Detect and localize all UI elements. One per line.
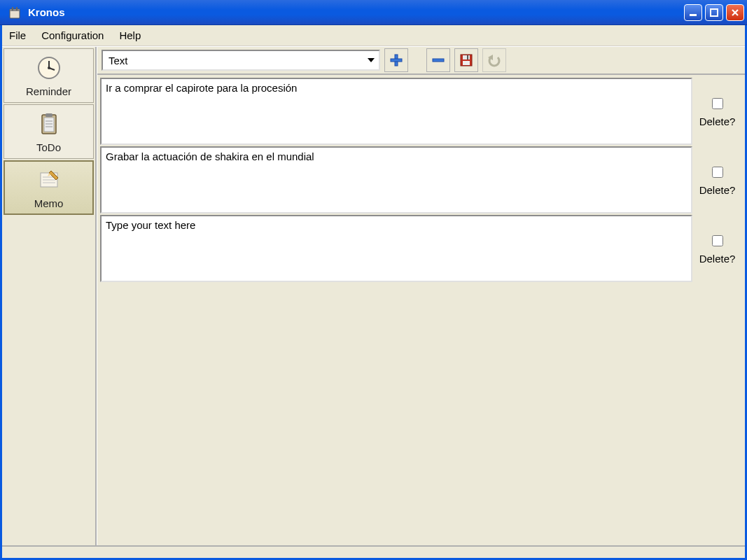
type-combo[interactable]: Text xyxy=(102,50,380,71)
svg-rect-14 xyxy=(46,113,53,117)
window-title: Kronos xyxy=(28,6,65,18)
sidebar-item-reminder[interactable]: Reminder xyxy=(4,48,94,103)
app-icon xyxy=(7,5,22,20)
svg-rect-5 xyxy=(711,9,718,16)
memo-text[interactable] xyxy=(100,215,692,282)
maximize-button[interactable] xyxy=(705,4,723,21)
sidebar-item-memo[interactable]: Memo xyxy=(4,160,94,215)
svg-rect-29 xyxy=(463,55,470,59)
memo-text[interactable] xyxy=(100,78,692,145)
plus-icon xyxy=(389,53,403,67)
type-combo-value: Text xyxy=(109,55,128,66)
memo-text[interactable] xyxy=(100,146,692,214)
svg-rect-4 xyxy=(690,14,697,16)
save-button[interactable] xyxy=(454,48,478,72)
sidebar-item-todo[interactable]: ToDo xyxy=(4,104,94,159)
delete-label: Delete? xyxy=(699,253,736,265)
undo-button[interactable] xyxy=(482,48,506,72)
menubar: File Configuration Help xyxy=(2,25,745,46)
menu-file[interactable]: File xyxy=(9,29,26,41)
minus-icon xyxy=(431,53,445,67)
svg-point-11 xyxy=(48,66,50,69)
remove-button[interactable] xyxy=(426,48,450,72)
delete-checkbox[interactable] xyxy=(712,98,723,109)
svg-rect-2 xyxy=(12,7,13,10)
svg-rect-3 xyxy=(16,7,18,10)
delete-checkbox[interactable] xyxy=(712,167,723,178)
titlebar: Kronos xyxy=(0,0,747,25)
undo-icon xyxy=(487,53,502,67)
floppy-icon xyxy=(459,53,473,67)
menu-configuration[interactable]: Configuration xyxy=(41,29,104,41)
statusbar xyxy=(2,545,745,558)
svg-marker-24 xyxy=(368,58,375,62)
toolbar: Text xyxy=(97,47,745,75)
delete-label: Delete? xyxy=(699,115,736,127)
clock-icon xyxy=(36,55,62,81)
svg-rect-30 xyxy=(463,61,470,65)
menu-help[interactable]: Help xyxy=(119,29,141,41)
sidebar: Reminder ToDo xyxy=(2,47,97,545)
add-button[interactable] xyxy=(384,48,408,72)
clipboard-icon xyxy=(36,111,62,137)
memo-list: Delete? Delete? Delete? xyxy=(97,75,745,545)
svg-rect-31 xyxy=(467,55,468,59)
sidebar-item-label: Memo xyxy=(34,197,64,209)
window-buttons xyxy=(684,4,744,21)
svg-rect-13 xyxy=(44,118,54,132)
memo-row: Delete? xyxy=(100,78,742,145)
svg-rect-27 xyxy=(433,59,444,62)
memo-icon xyxy=(36,167,62,193)
sidebar-item-label: ToDo xyxy=(36,141,61,153)
chevron-down-icon[interactable] xyxy=(363,51,379,69)
close-button[interactable] xyxy=(726,4,744,21)
delete-label: Delete? xyxy=(699,184,736,196)
memo-row: Delete? xyxy=(100,146,742,214)
svg-rect-1 xyxy=(10,9,20,11)
memo-row: Delete? xyxy=(100,215,742,282)
delete-checkbox[interactable] xyxy=(712,235,723,246)
svg-rect-26 xyxy=(391,59,402,62)
sidebar-item-label: Reminder xyxy=(26,85,71,97)
minimize-button[interactable] xyxy=(684,4,702,21)
